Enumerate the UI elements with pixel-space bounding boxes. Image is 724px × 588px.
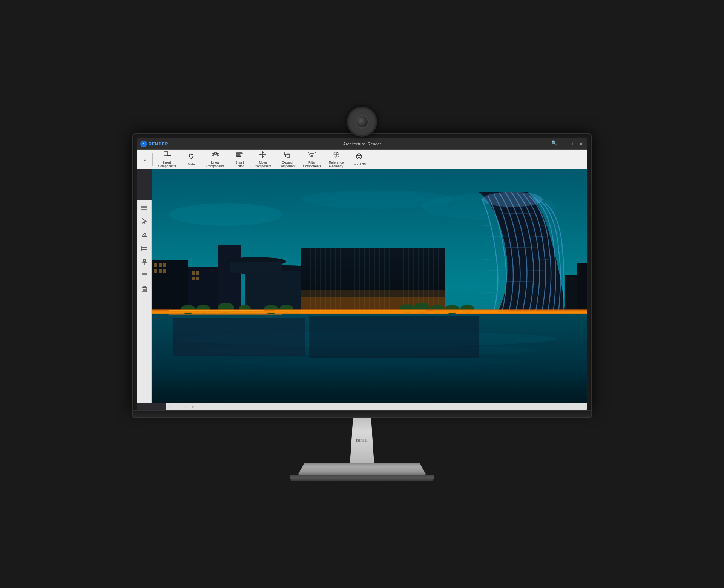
status-icon-3: → xyxy=(183,405,187,409)
svg-rect-5 xyxy=(212,153,214,155)
svg-rect-70 xyxy=(152,260,188,312)
linear-components-icon xyxy=(211,150,219,160)
svg-rect-10 xyxy=(236,153,242,154)
left-sidebar xyxy=(137,200,152,403)
search-icon[interactable]: 🔍 xyxy=(551,140,559,148)
svg-rect-6 xyxy=(215,152,216,154)
linear-components-button[interactable]: LinearComponents xyxy=(202,150,228,168)
svg-rect-42 xyxy=(141,250,147,251)
expand-component-label: ExpandComponent xyxy=(279,161,295,168)
insert-components-label: InsertComponents xyxy=(158,161,176,168)
svg-rect-79 xyxy=(192,271,195,275)
svg-marker-17 xyxy=(259,154,261,155)
insert-components-icon xyxy=(163,150,171,160)
svg-rect-137 xyxy=(433,310,509,311)
filename: Architecture_Render xyxy=(173,142,551,146)
svg-rect-121 xyxy=(577,263,587,312)
sidebar-anchor[interactable] xyxy=(139,257,150,267)
sidebar-select[interactable] xyxy=(139,216,150,227)
screen: R RENDER Architecture_Render 🔍 — + ✕ « xyxy=(137,138,587,410)
toolbar-divider-1 xyxy=(152,153,153,166)
svg-rect-73 xyxy=(154,263,157,267)
maximize-button[interactable]: + xyxy=(570,141,575,147)
status-icon-2: ← xyxy=(175,405,179,409)
sidebar-layers[interactable] xyxy=(139,243,150,254)
reference-geometry-icon xyxy=(332,150,341,160)
expand-component-button[interactable]: ExpandComponent xyxy=(275,150,299,168)
svg-text:R: R xyxy=(143,143,144,145)
sidebar-collapse[interactable] xyxy=(139,202,150,213)
filter-components-icon xyxy=(308,150,316,160)
svg-rect-37 xyxy=(142,236,147,237)
svg-rect-64 xyxy=(173,318,305,356)
svg-point-43 xyxy=(143,259,146,262)
status-icon-1: ↑ xyxy=(169,405,171,409)
render-image xyxy=(152,169,587,403)
linear-components-label: LinearComponents xyxy=(206,161,224,168)
svg-rect-24 xyxy=(310,154,314,155)
smart-editor-icon xyxy=(235,150,244,160)
close-button[interactable]: ✕ xyxy=(578,141,584,147)
content-area: ↑ ← → ↻ xyxy=(137,169,587,410)
brand-label: DELL xyxy=(356,438,368,443)
instant-3d-label: Instant 3D xyxy=(351,162,366,166)
filter-components-button[interactable]: FilterComponents xyxy=(299,150,325,168)
svg-rect-74 xyxy=(159,263,162,267)
move-component-icon xyxy=(259,150,267,160)
svg-marker-36 xyxy=(142,218,146,224)
webcam-lens xyxy=(355,115,369,129)
svg-point-119 xyxy=(482,192,543,207)
instant-3d-icon xyxy=(355,152,363,162)
svg-rect-40 xyxy=(141,246,147,247)
toolbar: « InsertComponents xyxy=(137,150,587,169)
svg-rect-19 xyxy=(284,152,287,155)
svg-marker-16 xyxy=(262,156,264,158)
svg-rect-23 xyxy=(308,152,315,153)
svg-marker-15 xyxy=(262,151,264,153)
monitor-outer: R RENDER Architecture_Render 🔍 — + ✕ « xyxy=(128,107,596,481)
svg-rect-75 xyxy=(163,263,166,267)
svg-rect-86 xyxy=(230,262,282,273)
expand-component-icon xyxy=(283,150,291,160)
monitor-bottom-bezel xyxy=(132,411,592,418)
window-controls: 🔍 — + ✕ xyxy=(551,140,584,148)
svg-point-57 xyxy=(169,203,282,226)
smart-editor-button[interactable]: SmartEditor xyxy=(228,150,251,168)
svg-rect-7 xyxy=(217,153,219,155)
minimize-button[interactable]: — xyxy=(562,141,567,147)
architecture-scene xyxy=(152,169,587,403)
collapse-button[interactable]: « xyxy=(140,156,149,163)
sidebar-delete[interactable] xyxy=(139,284,150,294)
svg-rect-41 xyxy=(141,248,147,249)
svg-rect-135 xyxy=(169,310,264,311)
insert-components-button[interactable]: InsertComponents xyxy=(154,150,180,168)
mate-label: Mate xyxy=(188,162,195,166)
mate-button[interactable]: Mate xyxy=(180,150,202,168)
svg-rect-72 xyxy=(218,245,241,312)
stand-base xyxy=(298,463,426,475)
reference-geometry-button[interactable]: ReferenceGeometry xyxy=(325,150,348,168)
svg-rect-65 xyxy=(309,316,479,358)
monitor-bezel: R RENDER Architecture_Render 🔍 — + ✕ « xyxy=(132,133,592,411)
svg-point-30 xyxy=(357,155,359,156)
svg-rect-77 xyxy=(159,269,162,273)
svg-rect-78 xyxy=(163,269,166,273)
svg-rect-76 xyxy=(154,269,157,273)
svg-rect-2 xyxy=(164,152,168,155)
move-component-label: MoveComponent xyxy=(255,161,271,168)
svg-rect-136 xyxy=(275,310,426,311)
instant-3d-button[interactable]: Instant 3D xyxy=(348,150,370,168)
move-component-button[interactable]: MoveComponent xyxy=(251,150,275,168)
svg-rect-20 xyxy=(287,155,290,157)
svg-line-39 xyxy=(145,233,146,234)
svg-rect-12 xyxy=(236,156,241,157)
svg-rect-69 xyxy=(452,313,565,314)
status-bar: ↑ ← → ↻ xyxy=(166,403,587,410)
reference-geometry-label: ReferenceGeometry xyxy=(329,161,344,168)
viewport[interactable]: ↑ ← → ↻ xyxy=(152,169,587,410)
stand-base-outer xyxy=(290,475,434,481)
mate-icon xyxy=(187,152,195,162)
svg-rect-11 xyxy=(236,155,240,156)
sidebar-notes[interactable] xyxy=(139,270,150,281)
sidebar-edit[interactable] xyxy=(139,230,150,240)
